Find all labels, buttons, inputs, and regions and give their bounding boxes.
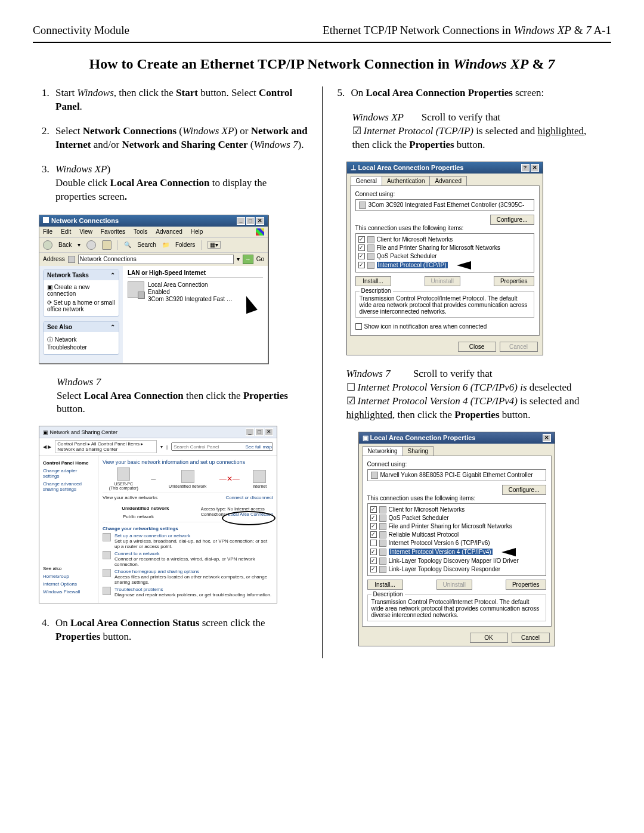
step-5-xp: Windows XP Scroll to verify that Interne… bbox=[352, 111, 606, 152]
views-icon[interactable]: ▦▾ bbox=[208, 241, 221, 249]
tab-sharing[interactable]: Sharing bbox=[402, 446, 434, 456]
back-icon[interactable] bbox=[43, 240, 52, 250]
ipv4-item[interactable]: ✓Internet Protocol Version 4 (TCP/IPv4) bbox=[370, 547, 543, 557]
step-4: On Local Area Connection Status screen c… bbox=[52, 617, 310, 644]
dialog-titlebar[interactable]: ⊥ Local Area Connection Properties ?✕ bbox=[347, 162, 543, 174]
close-button[interactable]: ✕ bbox=[265, 428, 273, 436]
opt-homegroup[interactable]: Choose homegroup and sharing optionsAcce… bbox=[103, 569, 273, 585]
network-sharing-center-window: ▣ Network and Sharing Center _□✕ ◀ ▶Cont… bbox=[39, 426, 277, 603]
link-adapter-settings[interactable]: Change adapter settings bbox=[43, 467, 95, 480]
close-button[interactable]: Close bbox=[458, 342, 496, 352]
annotation-arrow-icon bbox=[453, 261, 471, 270]
lan-properties-win7-dialog: ▣ Local Area Connection Properties ✕ Net… bbox=[358, 432, 555, 646]
local-area-connection-item[interactable]: Local Area Connection Enabled 3Com 3C920… bbox=[128, 280, 263, 304]
uninstall-button[interactable]: Uninstall bbox=[425, 276, 460, 286]
opt-connect-network[interactable]: Connect to a networkConnect or reconnect… bbox=[103, 551, 273, 567]
task-create-connection[interactable]: ▣ Create a new connection bbox=[47, 283, 115, 298]
tab-advanced[interactable]: Advanced bbox=[429, 176, 466, 185]
annotation-circle bbox=[222, 511, 275, 525]
properties-button[interactable]: Properties bbox=[494, 276, 534, 286]
breadcrumb[interactable]: ◀ ▶Control Panel ▸ All Control Panel Ite… bbox=[39, 438, 277, 456]
window-titlebar[interactable]: ▣ Network and Sharing Center _□✕ bbox=[39, 426, 277, 438]
ipv6-item[interactable]: Internet Protocol Version 6 (TCP/IPv6) bbox=[370, 539, 543, 547]
minimize-button[interactable]: _ bbox=[246, 428, 254, 436]
network-icon bbox=[181, 470, 194, 483]
toolbar[interactable]: Back▾ 🔍Search 📁Folders ▦▾ bbox=[39, 237, 268, 252]
uninstall-button[interactable]: Uninstall bbox=[436, 580, 472, 590]
close-button[interactable]: ✕ bbox=[256, 217, 264, 225]
close-button[interactable]: ✕ bbox=[531, 164, 539, 172]
network-connections-window: Network Connections _ □ ✕ File Edit View… bbox=[39, 215, 268, 364]
link-sharing-settings[interactable]: Change advanced sharing settings bbox=[43, 480, 95, 493]
tcp-ip-item[interactable]: ✓Internet Protocol (TCP/IP) bbox=[358, 261, 531, 270]
window-titlebar[interactable]: Network Connections _ □ ✕ bbox=[39, 215, 268, 227]
adapter-icon bbox=[359, 202, 366, 209]
page-header: Connectivity Module Ethernet TCP/IP Netw… bbox=[33, 24, 611, 43]
windows-flag-icon bbox=[256, 228, 264, 236]
step-1: Start Windows, then click the Start butt… bbox=[52, 86, 310, 114]
lan-properties-xp-dialog: ⊥ Local Area Connection Properties ?✕ Ge… bbox=[346, 162, 543, 355]
annotation-arrow-icon bbox=[497, 548, 516, 556]
page-title: How to Create an Ethernet TCP/IP Network… bbox=[33, 56, 611, 72]
cancel-button[interactable]: Cancel bbox=[500, 342, 538, 352]
tab-general[interactable]: General bbox=[351, 176, 383, 185]
folder-icon bbox=[68, 256, 75, 263]
main-content: View your basic network information and … bbox=[99, 456, 277, 603]
nic-field: Marvell Yukon 88E8053 PCI-E Gigabit Ethe… bbox=[367, 469, 546, 481]
nic-field: 3Com 3C920 Integrated Fast Ethernet Cont… bbox=[355, 199, 534, 211]
configure-button[interactable]: Configure... bbox=[502, 485, 546, 495]
header-right: Ethernet TCP/IP Network Connections in W… bbox=[323, 24, 611, 37]
install-button[interactable]: Install... bbox=[355, 276, 391, 286]
address-bar[interactable]: Address ▾ → Go bbox=[39, 252, 268, 266]
collapse-icon[interactable]: ⌃ bbox=[110, 272, 115, 278]
left-column: Start Windows, then click the Start butt… bbox=[33, 86, 323, 658]
items-list[interactable]: ✓Client for Microsoft Networks ✓File and… bbox=[355, 233, 534, 272]
fwd-icon[interactable] bbox=[86, 240, 96, 250]
description-group: Description Transmission Control Protoco… bbox=[355, 291, 534, 318]
task-setup-network[interactable]: ⟳ Set up a home or small office network bbox=[47, 298, 115, 314]
minimize-button[interactable]: _ bbox=[237, 217, 245, 225]
network-adapter-icon bbox=[128, 281, 144, 298]
step-5: On Local Area Connection Properties scre… bbox=[348, 86, 606, 100]
tab-authentication[interactable]: Authentication bbox=[382, 176, 430, 185]
pc-icon bbox=[117, 467, 130, 481]
items-list[interactable]: ✓Client for Microsoft Networks ✓QoS Pack… bbox=[367, 503, 546, 576]
up-icon[interactable] bbox=[102, 240, 112, 250]
description-group: Description Transmission Control Protoco… bbox=[367, 594, 546, 621]
close-button[interactable]: ✕ bbox=[543, 434, 551, 442]
side-panel: Network Tasks⌃ ▣ Create a new connection… bbox=[39, 266, 123, 363]
checked-icon bbox=[346, 395, 358, 407]
help-button[interactable]: ? bbox=[521, 164, 530, 172]
maximize-button[interactable]: □ bbox=[255, 428, 264, 436]
maximize-button[interactable]: □ bbox=[246, 217, 255, 225]
dialog-titlebar[interactable]: ▣ Local Area Connection Properties ✕ bbox=[359, 432, 555, 444]
cancel-button[interactable]: Cancel bbox=[512, 633, 550, 643]
step-5-win7: Windows 7 Scroll to verify that Internet… bbox=[346, 367, 606, 422]
install-button[interactable]: Install... bbox=[367, 580, 403, 590]
step-3-win7: Windows 7 Select Local Area Connection t… bbox=[57, 376, 310, 417]
tab-networking[interactable]: Networking bbox=[363, 446, 403, 456]
left-nav: Control Panel Home Change adapter settin… bbox=[39, 456, 99, 603]
step-2: Select Network Connections (Windows XP) … bbox=[52, 125, 310, 152]
globe-icon bbox=[253, 470, 266, 483]
bench-icon bbox=[110, 503, 120, 514]
menu-bar[interactable]: File Edit View Favorites Tools Advanced … bbox=[39, 227, 268, 237]
show-icon-checkbox[interactable]: Show icon in notification area when conn… bbox=[355, 323, 534, 330]
link-troubleshooter[interactable]: ⓘ Network Troubleshooter bbox=[47, 335, 115, 352]
connections-list: LAN or High-Speed Internet Local Area Co… bbox=[123, 266, 268, 363]
ok-button[interactable]: OK bbox=[470, 633, 508, 643]
adapter-icon bbox=[371, 472, 378, 479]
properties-button[interactable]: Properties bbox=[506, 580, 546, 590]
opt-troubleshoot[interactable]: Troubleshoot problemsDiagnose and repair… bbox=[103, 587, 273, 597]
collapse-icon[interactable]: ⌃ bbox=[110, 324, 115, 330]
unchecked-icon bbox=[346, 382, 358, 393]
opt-new-connection[interactable]: Set up a new connection or networkSet up… bbox=[103, 533, 273, 549]
header-left: Connectivity Module bbox=[33, 24, 129, 37]
configure-button[interactable]: Configure... bbox=[490, 215, 534, 225]
right-column: On Local Area Connection Properties scre… bbox=[323, 86, 612, 658]
checkbox-icon bbox=[352, 125, 364, 137]
step-3: Windows XP) Double click Local Area Conn… bbox=[52, 163, 310, 204]
address-input[interactable] bbox=[78, 255, 234, 264]
go-button[interactable]: → bbox=[243, 255, 253, 264]
